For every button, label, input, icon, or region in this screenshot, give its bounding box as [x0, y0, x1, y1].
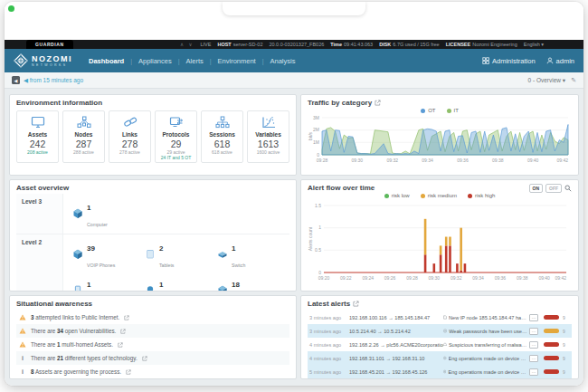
- nav-item-appliances[interactable]: Appliances: [138, 57, 172, 65]
- window-chrome: [5, 2, 583, 40]
- guardian-tab[interactable]: GUARDIAN: [26, 40, 73, 49]
- risk-score: 9: [563, 315, 570, 320]
- external-link-icon[interactable]: [375, 100, 381, 106]
- panel-title: Situational awareness: [16, 300, 289, 308]
- asset-item-light-bridge[interactable]: 1Light bridge: [145, 272, 217, 292]
- env-card-assets: Assets 242 208 active: [16, 110, 59, 163]
- toggle-on-button[interactable]: ON: [529, 184, 544, 193]
- alert-row[interactable]: 3 minutes ago 192.168.100.116 → 185.145.…: [308, 311, 572, 324]
- breadcrumb[interactable]: ◀ from 15 minutes ago: [24, 77, 83, 84]
- asset-item-tablets[interactable]: 2Tablets: [145, 236, 217, 272]
- it-dot-icon: [447, 109, 451, 113]
- situational-item[interactable]: There are 1 multi-homed Assets.: [16, 338, 289, 351]
- alert-row[interactable]: 4 minutes ago 192.168.31.101 → 192.168.3…: [308, 351, 572, 365]
- external-link-icon[interactable]: [353, 301, 359, 307]
- svg-text:09:38: 09:38: [517, 275, 528, 281]
- svg-text:09:36: 09:36: [457, 158, 469, 163]
- asset-item-computer[interactable]: 1Computer: [72, 196, 145, 232]
- administration-button[interactable]: Administration: [482, 57, 536, 65]
- env-card-links: Links 278 278 active: [109, 110, 151, 163]
- status-live: LIVE: [201, 42, 212, 47]
- risk-score: 9: [563, 342, 570, 348]
- external-link-icon[interactable]: [118, 342, 123, 348]
- svg-text:1M: 1M: [313, 139, 319, 145]
- expand-alert-button[interactable]: …: [529, 355, 538, 362]
- language-selector[interactable]: English ▾: [524, 42, 544, 47]
- expand-alert-button[interactable]: …: [529, 314, 538, 321]
- external-link-icon[interactable]: [124, 315, 129, 320]
- traffic-area-chart[interactable]: 01M2M3M09:2809:3009:3209:3409:3609:3809:…: [308, 113, 572, 167]
- brand-subname: NETWORKS: [32, 63, 72, 67]
- external-link-icon[interactable]: [126, 369, 131, 375]
- expand-alert-button[interactable]: …: [529, 368, 538, 376]
- svg-text:2M: 2M: [313, 127, 319, 132]
- status-disk: DISK6.7G used / 15G free: [379, 42, 440, 47]
- warning-icon: [19, 341, 26, 348]
- protocols-icon: [156, 114, 195, 130]
- alert-row[interactable]: 3 minutes ago 10.5.214.40 → 10.5.214.42 …: [308, 324, 572, 338]
- panel-title: Traffic by category: [308, 99, 372, 107]
- dashboard-content: Environment information Assets 242 208 a…: [5, 89, 583, 386]
- situational-item[interactable]: i There are 21 different types of techno…: [16, 351, 289, 365]
- nozomi-logo[interactable]: NOZOMI NETWORKS: [14, 53, 72, 68]
- svg-text:09:28: 09:28: [317, 158, 328, 163]
- risk-low-dot-icon: [384, 194, 389, 198]
- svg-text:09:20: 09:20: [318, 275, 330, 281]
- expand-alert-button[interactable]: …: [529, 341, 538, 349]
- scroll-up-down-icons[interactable]: ∧ ∨: [180, 42, 194, 47]
- magnifier-icon[interactable]: [564, 185, 572, 192]
- toggle-off-button[interactable]: OFF: [545, 184, 562, 193]
- assets-icon: [18, 114, 57, 130]
- env-card-nodes: Nodes 287 288 active: [62, 110, 105, 163]
- alert-row[interactable]: 4 minutes ago 192.168.2.26 → plc56.ACME2…: [308, 338, 572, 351]
- nav-item-analysis[interactable]: Analysis: [270, 57, 295, 65]
- svg-text:09:32: 09:32: [450, 275, 462, 281]
- alert-flow-bar-chart[interactable]: 00.511.509:2009:2209:2409:2609:2809:3009…: [308, 198, 572, 285]
- nav-item-dashboard[interactable]: Dashboard: [89, 57, 124, 65]
- risk-medium-dot-icon: [421, 194, 425, 198]
- alert-row[interactable]: 5 minutes ago 192.168.45.201 → 192.168.4…: [308, 365, 572, 378]
- external-link-icon[interactable]: [120, 329, 126, 334]
- edit-dashboard-icon[interactable]: ✎: [571, 77, 576, 84]
- user-menu[interactable]: admin: [546, 57, 574, 65]
- status-time: Time09:41:43.063: [330, 42, 373, 47]
- grid-icon: [482, 57, 489, 64]
- status-bar: GUARDIAN ∧ ∨ LIVE HOSTserver-SD-02 20.0.…: [5, 40, 583, 49]
- asset-item-voip-phones[interactable]: 39VOIP Phones: [72, 236, 145, 272]
- asset-item-mobile-device[interactable]: 1Mobile device: [72, 272, 145, 292]
- situational-item[interactable]: 3 attempted links to Public Internet.: [16, 311, 289, 324]
- panel-title: Latest alerts: [308, 300, 350, 308]
- info-icon: i: [19, 368, 26, 375]
- asset-item-switch[interactable]: 1Switch: [217, 236, 289, 272]
- light-bridge-icon: [145, 285, 156, 292]
- nozomi-logo-icon: [14, 53, 28, 68]
- nav-item-alerts[interactable]: Alerts: [186, 57, 204, 65]
- situational-item[interactable]: i 8 Assets are governing the process.: [16, 365, 289, 378]
- view-selector[interactable]: 0 - Overview ▾: [528, 77, 566, 84]
- collapse-panel-button[interactable]: ◀: [12, 76, 20, 84]
- nav-item-environment[interactable]: Environment: [218, 57, 256, 65]
- asset-overview-panel: Asset overview Level 3 1Computer Level 2: [9, 179, 297, 292]
- status-info: ∧ ∨ LIVE HOSTserver-SD-02 20.0.0-0320132…: [140, 40, 583, 49]
- browser-window: GUARDIAN ∧ ∨ LIVE HOSTserver-SD-02 20.0.…: [5, 2, 583, 386]
- address-bar[interactable]: [223, 2, 365, 15]
- expand-alert-button[interactable]: …: [529, 328, 538, 335]
- risk-high-dot-icon: [468, 194, 472, 198]
- risk-badge: [544, 342, 559, 347]
- warning-icon: [19, 314, 26, 320]
- situational-item[interactable]: There are 34 open Vulnerabilities.: [16, 324, 289, 338]
- malware-icon: [443, 341, 447, 348]
- svg-text:bit/s: bit/s: [308, 131, 313, 140]
- window-control-green[interactable]: [8, 5, 14, 12]
- asset-item-computers[interactable]: 18Computers: [217, 272, 289, 292]
- svg-text:09:40: 09:40: [527, 158, 539, 163]
- user-icon: [546, 57, 554, 64]
- warning-icon: [19, 328, 26, 334]
- svg-text:09:24: 09:24: [362, 275, 374, 281]
- svg-text:09:22: 09:22: [340, 275, 352, 281]
- svg-text:Alerts count: Alerts count: [308, 226, 313, 251]
- info-icon: i: [19, 355, 26, 361]
- tablet-icon: [145, 249, 156, 260]
- external-link-icon[interactable]: [142, 356, 147, 361]
- eng-operation-icon: [443, 355, 447, 361]
